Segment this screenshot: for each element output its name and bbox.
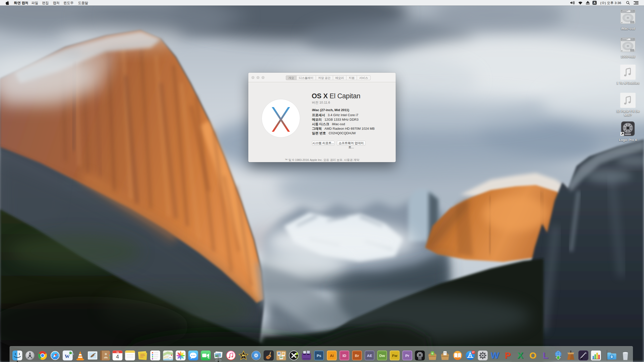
svg-text:ID: ID: [342, 353, 346, 358]
svg-text:Ps: Ps: [317, 353, 321, 358]
svg-text:P: P: [505, 350, 511, 360]
svg-text:27: 27: [472, 351, 475, 353]
svg-text:AE: AE: [367, 353, 372, 358]
svg-text:X: X: [517, 350, 523, 360]
svg-text:L: L: [543, 350, 548, 360]
svg-text:W: W: [490, 350, 499, 360]
svg-text:O: O: [529, 350, 536, 360]
svg-text:Pr: Pr: [405, 353, 409, 358]
svg-text:3D: 3D: [169, 356, 172, 359]
svg-text:G: G: [432, 352, 433, 355]
svg-text:3월: 3월: [116, 351, 119, 353]
svg-text:w: w: [65, 352, 70, 359]
svg-text:Ai: Ai: [330, 353, 334, 358]
svg-text:Dw: Dw: [379, 353, 385, 358]
svg-text:Fw: Fw: [392, 353, 397, 358]
svg-text:Br: Br: [355, 353, 359, 358]
svg-text:4: 4: [116, 354, 119, 360]
